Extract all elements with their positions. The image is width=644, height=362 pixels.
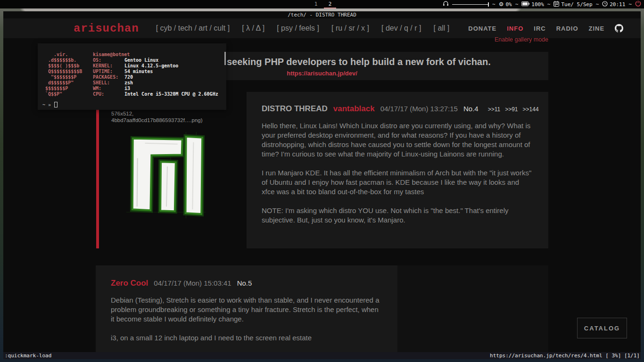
- board-group-psy[interactable]: [ psy / feels ]: [277, 24, 319, 33]
- terminal-window[interactable]: .vir. .d$$$$$$b. $$$$( )$$$b Q$$$$$$$$$$…: [38, 43, 226, 110]
- site-header: arisuchan [ cyb / tech / art / cult ] [ …: [3, 18, 641, 38]
- banner-headline: seeking PHP developers to help build a n…: [227, 57, 491, 67]
- headphones-icon: [443, 0, 449, 8]
- board-group-lambda[interactable]: [ λ / Δ ]: [242, 24, 264, 33]
- link-radio[interactable]: RADIO: [556, 25, 578, 32]
- post-paragraph: i3, on a small 12 inch laptop and I need…: [111, 333, 382, 343]
- terminal-host: kisame@botnet: [93, 52, 218, 58]
- shell-prompt[interactable]: ~ »: [42, 102, 58, 107]
- battery-icon: [521, 1, 529, 8]
- time-value: 20:11: [610, 1, 625, 8]
- terminal-cursor: [54, 102, 58, 107]
- post-number[interactable]: No.4: [463, 105, 479, 113]
- mention-link[interactable]: >>91: [505, 106, 518, 113]
- cpu-usage: 0%: [505, 1, 512, 8]
- reply-hover-area: [397, 265, 548, 352]
- url-scroll-tab-info: https://arisuchan.jp/tech/res/4.html [ 3…: [490, 353, 640, 359]
- post-date: 04/17/17 (Mon) 13:27:15: [380, 105, 458, 113]
- thread-accent-bar: [96, 92, 99, 248]
- gear-icon: ⚙: [499, 1, 504, 7]
- github-icon[interactable]: [615, 24, 623, 33]
- enable-gallery-mode-link[interactable]: Enable gallery mode: [495, 36, 548, 43]
- board-group-dev[interactable]: [ dev / q / r ]: [381, 24, 421, 33]
- post-paragraph: I run Manjaro KDE. It has all the effici…: [262, 168, 533, 197]
- poster-name: Zero Cool: [111, 279, 148, 288]
- volume-slider[interactable]: [452, 4, 489, 5]
- poster-name: vantablack: [333, 104, 375, 114]
- top-status-bar: 1 2 ~ ⚙ 0% ~ 100% ~ Tue/ 5/Sep ~: [0, 0, 644, 8]
- command-text[interactable]: :quickmark-load: [5, 353, 51, 359]
- link-zine[interactable]: ZINE: [589, 25, 605, 32]
- header-links: DONATE INFO IRC RADIO ZINE: [468, 25, 604, 32]
- link-donate[interactable]: DONATE: [468, 25, 496, 32]
- workspace-switcher[interactable]: 1 2: [309, 0, 337, 8]
- post-date: 04/17/17 (Mon) 15:03:41: [154, 279, 231, 287]
- browser-status-bar: :quickmark-load https://arisuchan.jp/tec…: [3, 352, 641, 359]
- battery-percent: 100%: [531, 1, 544, 8]
- op-post: DISTRO THREAD vantablack 04/17/17 (Mon) …: [247, 92, 548, 248]
- date-module: Tue/ 5/Sep: [553, 1, 592, 8]
- date-value: Tue/ 5/Sep: [561, 1, 592, 8]
- clock-module: 20:11: [602, 1, 625, 8]
- mention-link[interactable]: >>11: [488, 106, 500, 113]
- post-subject: DISTRO THREAD: [262, 104, 328, 114]
- browser-window: /tech/ - DISTRO THREAD arisuchan [ cyb /…: [3, 11, 641, 359]
- link-info[interactable]: INFO: [507, 25, 523, 32]
- clock-icon: [602, 1, 608, 8]
- post-number[interactable]: No.5: [237, 279, 252, 287]
- battery-module: 100%: [521, 1, 544, 8]
- post-body: Hello there, Linux Lains! Which Linux di…: [262, 121, 533, 225]
- cpu-module: ⚙ 0%: [499, 1, 512, 8]
- board-group-all[interactable]: [ all ]: [433, 24, 449, 33]
- post-paragraph: Hello there, Linux Lains! Which Linux di…: [262, 121, 533, 159]
- workspace-1[interactable]: 1: [309, 0, 323, 8]
- board-group-main[interactable]: [ cyb / tech / art / cult ]: [156, 24, 230, 33]
- reply-post: Zero Cool 04/17/17 (Mon) 15:03:41 No.5 D…: [96, 265, 397, 352]
- site-logo[interactable]: arisuchan: [74, 22, 139, 35]
- power-icon[interactable]: [635, 0, 641, 8]
- post-paragraph: NOTE: I'm asking which distro YOU use. N…: [262, 206, 533, 225]
- post-image-manjaro-sketch[interactable]: [126, 132, 206, 218]
- board-nav: [ cyb / tech / art / cult ] [ λ / Δ ] [ …: [156, 24, 450, 33]
- link-irc[interactable]: IRC: [534, 25, 545, 32]
- calendar-icon: [553, 1, 559, 8]
- post-mentions: >>11 >>91 >>144: [488, 106, 539, 113]
- gentoo-ascii-art: .vir. .d$$$$$$b. $$$$( )$$$b Q$$$$$$$$$$…: [42, 52, 82, 97]
- window-title: /tech/ - DISTRO THREAD: [3, 11, 641, 18]
- workspace-2[interactable]: 2: [323, 0, 337, 8]
- fetch-info: kisame@botnet OS:Gentoo Linux KERNEL:Lin…: [93, 52, 218, 97]
- catalog-button[interactable]: CATALOG: [577, 318, 627, 338]
- terminal-scrollbar[interactable]: [224, 52, 226, 65]
- post-paragraph: Debian (Testing), Stretch is easier to w…: [111, 296, 382, 324]
- post-body: Debian (Testing), Stretch is easier to w…: [111, 296, 382, 343]
- mention-link[interactable]: >>144: [523, 106, 539, 113]
- file-meta: 576x512, 4bbd7aaffd0cd17b886593732f….png…: [111, 111, 203, 123]
- board-group-ru[interactable]: [ ru / sr / x ]: [331, 24, 369, 33]
